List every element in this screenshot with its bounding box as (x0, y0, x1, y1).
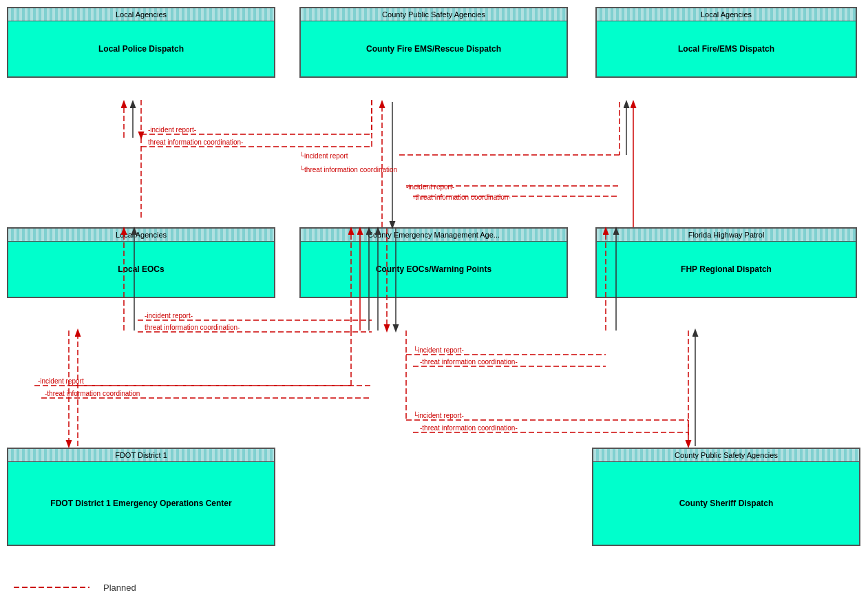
svg-text:└threat information coordinati: └threat information coordination (299, 165, 397, 174)
legend: Planned (14, 580, 136, 594)
node-fhp-body: FHP Regional Dispatch (597, 242, 856, 297)
diagram-container: Local Agencies Local Police Dispatch Cou… (0, 0, 868, 608)
svg-text:└incident report: └incident report (299, 151, 348, 160)
node-county-fire-body: County Fire EMS/Rescue Dispatch (301, 21, 567, 76)
node-county-fire: County Public Safety Agencies County Fir… (299, 7, 568, 78)
legend-planned-label: Planned (103, 583, 136, 593)
node-county-sheriff: County Public Safety Agencies County She… (592, 448, 860, 546)
node-county-eocs-body: County EOCs/Warning Points (301, 242, 567, 297)
node-local-police-header: Local Agencies (8, 8, 274, 21)
node-fhp: Florida Highway Patrol FHP Regional Disp… (595, 227, 857, 298)
svg-text:-incident report-: -incident report- (145, 312, 193, 319)
node-county-sheriff-header: County Public Safety Agencies (593, 449, 859, 462)
node-county-sheriff-body: County Sheriff Dispatch (593, 462, 859, 545)
svg-text:threat information coordinatio: threat information coordination- (148, 138, 243, 146)
svg-text:└incident report-: └incident report- (413, 346, 464, 354)
node-fdot: FDOT District 1 FDOT District 1 Emergenc… (7, 448, 275, 546)
node-local-eocs: Local Agencies Local EOCs (7, 227, 275, 298)
legend-line-svg (14, 580, 96, 594)
svg-text:-incident report-: -incident report- (148, 126, 196, 134)
node-local-eocs-body: Local EOCs (8, 242, 274, 297)
node-local-police: Local Agencies Local Police Dispatch (7, 7, 275, 78)
svg-text:-threat information coordinati: -threat information coordination- (420, 358, 518, 366)
svg-text:└incident report-: └incident report- (413, 411, 464, 419)
node-fdot-header: FDOT District 1 (8, 449, 274, 462)
node-local-fire: Local Agencies Local Fire/EMS Dispatch (595, 7, 857, 78)
node-fdot-body: FDOT District 1 Emergency Operations Cen… (8, 462, 274, 545)
svg-text:-threat information coordinati: -threat information coordination- (413, 193, 511, 201)
node-county-fire-header: County Public Safety Agencies (301, 8, 567, 21)
node-local-eocs-header: Local Agencies (8, 229, 274, 242)
svg-text:-threat information coordinati: -threat information coordination (45, 390, 140, 397)
svg-text:-threat information coordinati: -threat information coordination- (420, 424, 518, 432)
node-local-police-body: Local Police Dispatch (8, 21, 274, 76)
node-local-fire-header: Local Agencies (597, 8, 856, 21)
node-county-eocs: County Emergency Management Age... Count… (299, 227, 568, 298)
svg-text:-incident report-: -incident report- (406, 183, 454, 191)
node-county-eocs-header: County Emergency Management Age... (301, 229, 567, 242)
node-local-fire-body: Local Fire/EMS Dispatch (597, 21, 856, 76)
svg-text:threat information coordinatio: threat information coordination- (145, 324, 240, 331)
node-fhp-header: Florida Highway Patrol (597, 229, 856, 242)
svg-text:-incident report: -incident report (38, 377, 84, 385)
